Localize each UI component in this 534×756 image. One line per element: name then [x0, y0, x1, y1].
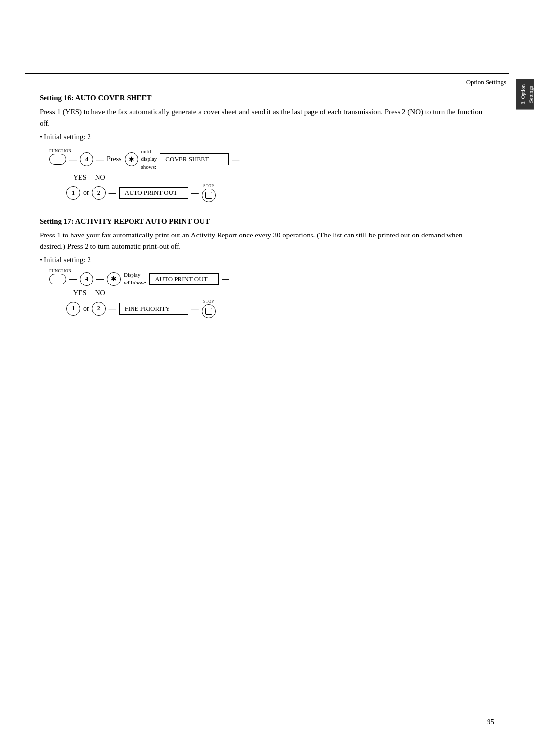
btn-1-s17[interactable]: 1 [66, 302, 80, 316]
display-annotation-s17: Display will show: [124, 271, 146, 286]
section16: Setting 16: AUTO COVER SHEET Press 1 (YE… [40, 94, 485, 202]
function-label-s17: FUNCTION [49, 269, 71, 273]
autoprint-display-box-s16: AUTO PRINT OUT [119, 187, 188, 199]
press-label: Press [107, 155, 122, 163]
yes-no-row-s16: YES NO [73, 174, 485, 182]
main-content: Setting 16: AUTO COVER SHEET Press 1 (YE… [40, 94, 485, 333]
btn-1-s16[interactable]: 1 [66, 186, 80, 200]
section16-para: Press 1 (YES) to have the fax automatica… [40, 106, 485, 129]
yes-label-s17: YES [73, 289, 86, 297]
section17-heading: Setting 17: ACTIVITY REPORT AUTO PRINT O… [40, 217, 485, 226]
star-button-s17[interactable]: ✱ [107, 272, 121, 286]
dash1: — [69, 155, 77, 164]
annotation-s16: until display shows: [141, 148, 157, 171]
finepriority-display-s17: FINE PRIORITY [119, 303, 188, 315]
dash-s17-2: — [96, 275, 104, 283]
btn-4-s17[interactable]: 4 [80, 272, 93, 286]
dash3: — [232, 155, 239, 164]
function-button-s17[interactable] [49, 274, 66, 284]
sidebar-line2: Settings [527, 86, 534, 103]
option-settings-label: Option Settings [466, 78, 506, 86]
dash2: — [96, 155, 104, 164]
section16-heading: Setting 16: AUTO COVER SHEET [40, 94, 485, 102]
coversheet-display-box: COVER SHEET [160, 153, 229, 165]
dash5: — [191, 189, 199, 197]
until-label: until [141, 148, 157, 155]
diagram17-row2: 1 or 2 — FINE PRIORITY — STOP [66, 299, 485, 318]
dash-s17-3: — [222, 275, 229, 283]
function-button[interactable] [49, 154, 66, 165]
sidebar-line1: 8. Option [519, 84, 526, 105]
btn-2-s16[interactable]: 2 [92, 186, 106, 200]
function-button-wrap-s17: FUNCTION [49, 274, 66, 284]
star-button-s16[interactable]: ✱ [125, 152, 138, 166]
or-label-s17: or [83, 305, 89, 313]
autoprint-display-s17: AUTO PRINT OUT [149, 273, 219, 285]
will-show-label-s17: will show: [124, 279, 146, 286]
section17-diagram: FUNCTION — 4 — ✱ Display will show: AUTO… [49, 271, 485, 318]
top-rule [25, 73, 509, 74]
display-label-s16: display [141, 155, 157, 163]
or-label-s16: or [83, 189, 89, 197]
diagram17-row1: FUNCTION — 4 — ✱ Display will show: AUTO… [49, 271, 485, 286]
page-number: 95 [487, 718, 494, 726]
stop-label-s17: STOP [203, 299, 214, 304]
section16-initial: • Initial setting: 2 [40, 133, 485, 141]
stop-button-s17[interactable] [202, 304, 216, 318]
function-label: FUNCTION [49, 149, 71, 153]
yes-label-s16: YES [73, 174, 86, 182]
stop-inner-s17 [205, 308, 212, 315]
stop-button-s16[interactable] [202, 189, 216, 202]
section17-initial: • Initial setting: 2 [40, 256, 485, 264]
btn-2-s17[interactable]: 2 [92, 302, 106, 316]
dash4: — [109, 189, 116, 197]
stop-label: STOP [203, 184, 214, 188]
section17-para: Press 1 to have your fax automatically p… [40, 230, 485, 252]
stop-inner-s16 [205, 192, 212, 199]
dash-s17-4: — [109, 304, 116, 313]
shows-label: shows: [141, 163, 157, 171]
function-button-wrap: FUNCTION [49, 154, 66, 165]
yes-no-row-s17: YES NO [73, 289, 485, 297]
diagram16-row2: 1 or 2 — AUTO PRINT OUT — STOP [66, 184, 485, 202]
dash-s17-1: — [69, 275, 77, 283]
sidebar-tab: 8. Option Settings [516, 79, 534, 110]
dash-s17-5: — [191, 304, 199, 313]
section17: Setting 17: ACTIVITY REPORT AUTO PRINT O… [40, 217, 485, 318]
section16-diagram: FUNCTION — 4 — Press ✱ until display sho… [49, 148, 485, 202]
diagram16-row1: FUNCTION — 4 — Press ✱ until display sho… [49, 148, 485, 171]
btn-4-s16[interactable]: 4 [80, 152, 93, 166]
no-label-s16: NO [95, 174, 105, 182]
no-label-s17: NO [95, 289, 105, 297]
display-label-s17: Display [124, 271, 146, 279]
